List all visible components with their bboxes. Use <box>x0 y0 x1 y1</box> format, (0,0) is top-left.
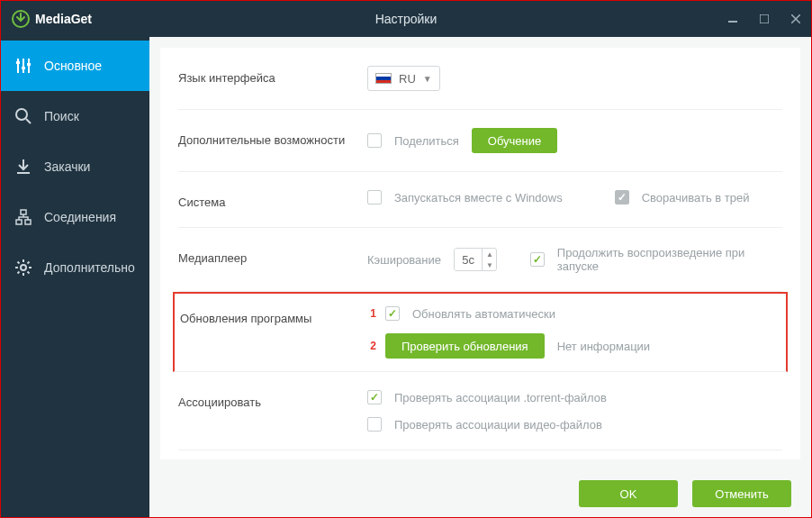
sidebar-item-label: Дополнительно <box>44 260 135 275</box>
torrent-assoc-label[interactable]: Проверять ассоциации .torrent-файлов <box>394 391 607 404</box>
main: Язык интерфейса RU ▼ Дополнительные возм… <box>149 37 811 517</box>
titlebar: MediaGet Настройки <box>1 1 811 37</box>
svg-rect-14 <box>25 220 31 224</box>
section-language: Язык интерфейса RU ▼ <box>178 48 782 110</box>
cache-spinner[interactable]: ▲ ▼ <box>454 248 497 271</box>
chevron-down-icon: ▼ <box>423 74 432 84</box>
section-system: Система Запускаться вместе с Windows Сво… <box>178 172 782 228</box>
app-logo-icon <box>12 10 30 28</box>
close-icon <box>791 14 800 23</box>
share-checkbox[interactable] <box>367 133 382 148</box>
flag-ru-icon <box>375 73 392 84</box>
app-name: MediaGet <box>35 12 92 26</box>
update-status: Нет информации <box>557 340 651 353</box>
section-title: Язык интерфейса <box>178 66 367 91</box>
spinner-down-icon[interactable]: ▼ <box>483 259 497 270</box>
language-value: RU <box>399 72 416 86</box>
spinner-up-icon[interactable]: ▲ <box>483 249 497 259</box>
section-player: Медиаплеер Кэширование ▲ ▼ <box>178 228 782 292</box>
minimize-icon <box>728 14 737 23</box>
svg-rect-8 <box>27 63 31 66</box>
section-title: Дополнительные возможности <box>178 128 367 153</box>
maximize-button[interactable] <box>748 1 780 37</box>
section-associations: Ассоциировать Проверять ассоциации .torr… <box>178 372 782 450</box>
svg-line-22 <box>18 272 20 274</box>
sidebar-item-label: Поиск <box>44 109 79 123</box>
section-updates: Обновления программы 1 Обновлять автомат… <box>173 292 788 372</box>
auto-update-label[interactable]: Обновлять автоматически <box>412 307 555 321</box>
sidebar-item-label: Соединения <box>44 210 116 224</box>
video-assoc-label[interactable]: Проверять ассоциации видео-файлов <box>394 418 602 432</box>
settings-window: MediaGet Настройки Основное Поиск <box>0 0 812 518</box>
section-title: Медиаплеер <box>178 246 367 273</box>
minimize-button[interactable] <box>717 1 748 37</box>
cache-input[interactable] <box>455 249 482 270</box>
share-label[interactable]: Поделиться <box>394 134 459 148</box>
annotation-1: 1 <box>364 307 376 320</box>
content: Язык интерфейса RU ▼ Дополнительные возм… <box>160 48 800 459</box>
resume-playback-label[interactable]: Продолжить воспроизведение при запуске <box>557 246 782 273</box>
cache-label: Кэширование <box>367 253 441 267</box>
svg-rect-2 <box>760 14 769 23</box>
window-title: Настройки <box>375 12 438 26</box>
video-assoc-checkbox[interactable] <box>367 417 382 432</box>
maximize-icon <box>760 14 769 23</box>
section-title: Система <box>178 190 367 209</box>
footer: OK Отменить <box>149 470 811 517</box>
app-logo: MediaGet <box>12 10 92 28</box>
auto-update-checkbox[interactable] <box>385 306 400 321</box>
svg-rect-1 <box>728 21 737 23</box>
resume-playback-checkbox[interactable] <box>530 252 545 267</box>
window-controls <box>717 1 811 37</box>
section-import: Импортировать из uTorrent <box>178 450 782 459</box>
svg-line-10 <box>26 119 31 123</box>
svg-point-15 <box>21 265 26 270</box>
body: Основное Поиск Закачки Соединения <box>1 37 811 517</box>
svg-line-23 <box>28 262 30 264</box>
sliders-icon <box>14 56 33 76</box>
minimize-tray-checkbox[interactable] <box>615 190 629 204</box>
gear-icon <box>14 258 33 277</box>
tutorial-button[interactable]: Обучение <box>472 128 557 153</box>
section-title: Обновления программы <box>175 306 364 359</box>
language-select[interactable]: RU ▼ <box>367 66 440 91</box>
sidebar-item-connections[interactable]: Соединения <box>1 192 149 242</box>
annotation-2: 2 <box>364 340 376 352</box>
svg-line-21 <box>28 272 30 274</box>
close-button[interactable] <box>780 1 811 37</box>
section-title: Ассоциировать <box>178 390 367 432</box>
sidebar-item-downloads[interactable]: Закачки <box>1 141 149 192</box>
check-updates-button[interactable]: Проверить обновления <box>385 333 545 359</box>
sidebar-item-advanced[interactable]: Дополнительно <box>1 242 149 293</box>
sidebar-item-label: Закачки <box>44 159 90 174</box>
torrent-assoc-checkbox[interactable] <box>367 390 382 404</box>
svg-line-20 <box>18 262 20 264</box>
svg-rect-12 <box>21 210 26 214</box>
section-extras: Дополнительные возможности Поделиться Об… <box>178 110 782 172</box>
network-icon <box>14 207 33 227</box>
sidebar-item-general[interactable]: Основное <box>1 41 149 91</box>
sidebar-item-label: Основное <box>44 59 102 73</box>
svg-rect-7 <box>22 67 25 69</box>
start-with-windows-label[interactable]: Запускаться вместе с Windows <box>394 191 563 204</box>
cancel-button[interactable]: Отменить <box>692 480 791 507</box>
download-icon <box>14 157 33 177</box>
start-with-windows-checkbox[interactable] <box>367 190 382 204</box>
svg-point-9 <box>16 109 27 120</box>
search-icon <box>14 106 33 126</box>
svg-rect-6 <box>16 61 20 64</box>
ok-button[interactable]: OK <box>579 480 678 507</box>
sidebar-item-search[interactable]: Поиск <box>1 91 149 141</box>
svg-rect-13 <box>16 220 22 224</box>
sidebar: Основное Поиск Закачки Соединения <box>1 37 149 517</box>
minimize-tray-label[interactable]: Сворачивать в трей <box>642 191 750 204</box>
